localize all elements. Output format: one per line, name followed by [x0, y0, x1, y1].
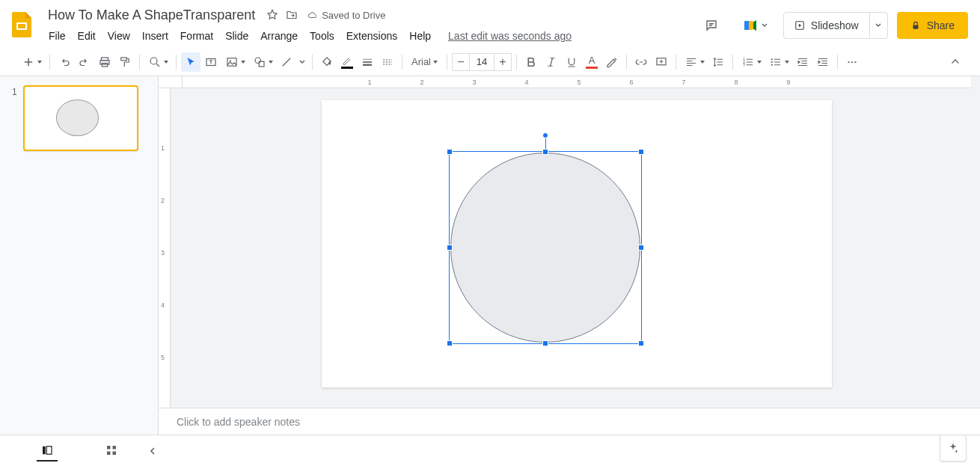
resize-handle-tl[interactable]: [447, 149, 453, 155]
ruler-corner: [159, 76, 183, 88]
collapse-filmstrip-button[interactable]: [145, 441, 160, 462]
lock-icon: [910, 20, 921, 31]
shape-tool[interactable]: [249, 52, 276, 72]
increase-indent-button[interactable]: [813, 52, 833, 72]
resize-handle-br[interactable]: [638, 340, 644, 346]
fill-color-button[interactable]: [317, 52, 337, 72]
main-area: 1 1 2 3 4 5 6 7 8 9 1 2 3 4 5: [0, 76, 980, 435]
svg-rect-30: [107, 451, 111, 455]
textbox-tool[interactable]: [201, 52, 221, 72]
menu-file[interactable]: File: [43, 27, 71, 45]
line-tool[interactable]: [277, 52, 296, 72]
print-button[interactable]: [95, 52, 114, 72]
font-family-select[interactable]: Arial: [407, 52, 442, 72]
slideshow-dropdown[interactable]: [869, 13, 887, 38]
last-edit-link[interactable]: Last edit was seconds ago: [448, 27, 572, 45]
menu-format[interactable]: Format: [175, 27, 218, 45]
svg-text:3: 3: [743, 63, 745, 67]
select-tool[interactable]: [181, 52, 200, 72]
saved-status[interactable]: Saved to Drive: [307, 10, 385, 21]
slideshow-button-group: Slideshow: [783, 12, 888, 39]
slides-logo[interactable]: [7, 9, 37, 39]
slide-number: 1: [12, 87, 17, 151]
share-button[interactable]: Share: [897, 12, 968, 39]
new-slide-button[interactable]: [18, 52, 45, 72]
menu-help[interactable]: Help: [404, 27, 436, 45]
star-icon[interactable]: [266, 8, 279, 22]
menu-arrange[interactable]: Arrange: [255, 27, 303, 45]
share-label: Share: [927, 19, 955, 31]
image-tool[interactable]: [221, 52, 248, 72]
text-color-button[interactable]: A: [582, 52, 601, 72]
header: How To Make A ShapeTransparent Saved to …: [0, 0, 980, 48]
italic-button[interactable]: [542, 52, 561, 72]
horizontal-ruler[interactable]: 1 2 3 4 5 6 7 8 9: [183, 76, 971, 88]
undo-button[interactable]: [55, 52, 74, 72]
svg-rect-26: [43, 446, 46, 454]
font-size-increase[interactable]: +: [494, 53, 512, 71]
hide-menus-button[interactable]: [946, 52, 965, 72]
svg-point-24: [851, 61, 853, 62]
slideshow-button[interactable]: Slideshow: [784, 13, 869, 38]
header-right: Slideshow Share: [696, 10, 968, 40]
resize-handle-tr[interactable]: [638, 149, 644, 155]
cloud-icon: [307, 10, 318, 20]
menu-edit[interactable]: Edit: [73, 27, 101, 45]
more-button[interactable]: [842, 52, 862, 72]
toolbar: Arial − + A 123: [0, 48, 980, 76]
slideshow-label: Slideshow: [811, 19, 859, 31]
zoom-button[interactable]: [144, 52, 171, 72]
canvas-area[interactable]: 1 2 3 4 5 6 7 8 9 1 2 3 4 5: [159, 76, 980, 435]
chevron-down-icon: [875, 22, 881, 28]
resize-handle-bl[interactable]: [447, 340, 453, 346]
redo-button[interactable]: [75, 52, 94, 72]
slide-thumbnail-1[interactable]: 1: [12, 85, 152, 151]
highlight-color-button[interactable]: [602, 52, 622, 72]
bulleted-list-button[interactable]: [765, 52, 792, 72]
svg-rect-27: [46, 446, 52, 454]
menu-view[interactable]: View: [102, 27, 135, 45]
line-dropdown[interactable]: [297, 52, 307, 72]
move-icon[interactable]: [285, 8, 298, 22]
svg-rect-5: [913, 25, 918, 28]
document-title[interactable]: How To Make A ShapeTransparent: [43, 6, 260, 25]
paint-format-button[interactable]: [115, 52, 135, 72]
svg-point-21: [771, 61, 772, 62]
filmstrip-view-button[interactable]: [37, 441, 58, 462]
line-spacing-button[interactable]: [708, 52, 728, 72]
vertical-ruler[interactable]: 1 2 3 4 5: [159, 88, 171, 435]
border-weight-button[interactable]: [358, 52, 377, 72]
insert-comment-button[interactable]: [652, 52, 671, 72]
svg-rect-1: [18, 24, 25, 28]
chevron-down-icon: [762, 22, 768, 28]
menu-tools[interactable]: Tools: [304, 27, 340, 45]
border-color-button[interactable]: [337, 52, 357, 72]
comment-history-button[interactable]: [696, 10, 726, 40]
svg-point-23: [848, 61, 849, 62]
decrease-indent-button[interactable]: [793, 52, 812, 72]
ellipse-shape[interactable]: [450, 153, 640, 343]
svg-point-25: [854, 61, 856, 62]
border-dash-button[interactable]: [378, 52, 397, 72]
align-button[interactable]: [681, 52, 708, 72]
font-size-group: − +: [452, 53, 512, 71]
svg-point-20: [771, 58, 772, 60]
speaker-notes[interactable]: Click to add speaker notes: [159, 408, 980, 435]
font-size-input[interactable]: [470, 53, 494, 71]
menu-insert[interactable]: Insert: [137, 27, 174, 45]
slide-canvas[interactable]: [322, 100, 832, 387]
rotate-handle[interactable]: [542, 132, 548, 138]
saved-status-text: Saved to Drive: [322, 10, 385, 21]
font-size-decrease[interactable]: −: [452, 53, 470, 71]
menu-extensions[interactable]: Extensions: [341, 27, 402, 45]
grid-view-button[interactable]: [101, 441, 122, 462]
numbered-list-button[interactable]: 123: [738, 52, 765, 72]
svg-point-22: [771, 64, 772, 65]
meet-button[interactable]: [735, 10, 774, 40]
insert-link-button[interactable]: [631, 52, 651, 72]
underline-button[interactable]: [562, 52, 581, 72]
bold-button[interactable]: [521, 52, 541, 72]
menu-slide[interactable]: Slide: [220, 27, 254, 45]
explore-button[interactable]: [940, 435, 967, 462]
svg-rect-9: [121, 58, 127, 61]
